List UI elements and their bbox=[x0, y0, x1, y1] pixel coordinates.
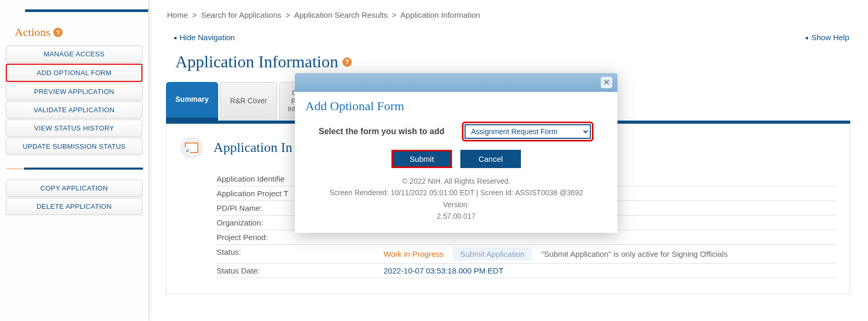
info-row-status: Status: Work in Progress Submit Applicat… bbox=[217, 245, 836, 264]
modal-select-label: Select the form you wish to add bbox=[319, 127, 445, 136]
sidebar-title: Actions bbox=[15, 26, 50, 39]
show-help-link[interactable]: Show Help bbox=[805, 33, 849, 42]
hide-navigation-link[interactable]: Hide Navigation bbox=[173, 33, 235, 42]
modal-header: ✕ bbox=[295, 73, 617, 92]
panel-title: Application In bbox=[213, 140, 292, 156]
status-value-group: Work in Progress Submit Application "Sub… bbox=[384, 247, 728, 260]
breadcrumb-search[interactable]: Search for Applications bbox=[201, 10, 281, 19]
tab-summary[interactable]: Summary bbox=[166, 82, 218, 121]
page-title-row: Application Information ? bbox=[166, 52, 850, 72]
validate-application-button[interactable]: VALIDATE APPLICATION bbox=[6, 101, 142, 118]
modal-body: Add Optional Form Select the form you wi… bbox=[295, 92, 617, 233]
add-optional-form-button[interactable]: ADD OPTIONAL FORM bbox=[6, 64, 142, 82]
modal-footer: © 2022 NIH. All Rights Reserved. Screen … bbox=[305, 175, 607, 222]
submit-button[interactable]: Submit bbox=[393, 151, 450, 167]
signing-officials-note: "Submit Application" is only active for … bbox=[541, 249, 728, 258]
cancel-button[interactable]: Cancel bbox=[460, 150, 521, 168]
copy-application-button[interactable]: COPY APPLICATION bbox=[6, 180, 142, 197]
optional-form-select[interactable]: Assignment Request Form bbox=[465, 124, 591, 139]
add-optional-form-modal: ✕ Add Optional Form Select the form you … bbox=[295, 73, 617, 233]
select-highlight-wrap: Assignment Request Form bbox=[462, 122, 593, 141]
footer-version-label: Version: bbox=[305, 199, 607, 210]
nav-row: Hide Navigation Show Help bbox=[166, 26, 850, 52]
status-value: Work in Progress bbox=[384, 249, 444, 258]
application-info-icon bbox=[180, 136, 203, 159]
info-label: Status Date: bbox=[217, 266, 384, 275]
help-icon[interactable]: ? bbox=[53, 28, 63, 37]
footer-version: 2.57.00.017 bbox=[305, 210, 607, 222]
info-label: Project Period: bbox=[217, 233, 384, 242]
submit-highlight-wrap: Submit bbox=[391, 150, 452, 168]
modal-button-row: Submit Cancel bbox=[305, 150, 607, 168]
sidebar-divider bbox=[6, 169, 143, 169]
manage-access-button[interactable]: MANAGE ACCESS bbox=[6, 45, 142, 63]
info-label: Status: bbox=[217, 247, 384, 260]
sidebar-accent-bar bbox=[25, 9, 148, 12]
footer-screen-info: Screen Rendered: 10/11/2022 05:01:00 EDT… bbox=[305, 187, 607, 198]
footer-copyright: © 2022 NIH. All Rights Reserved. bbox=[305, 175, 607, 187]
modal-title: Add Optional Form bbox=[305, 99, 607, 113]
update-submission-status-button[interactable]: UPDATE SUBMISSION STATUS bbox=[6, 138, 142, 155]
close-icon[interactable]: ✕ bbox=[601, 77, 612, 88]
help-icon[interactable]: ? bbox=[342, 57, 352, 67]
page-title: Application Information bbox=[175, 52, 338, 72]
delete-application-button[interactable]: DELETE APPLICATION bbox=[6, 198, 142, 215]
preview-application-button[interactable]: PREVIEW APPLICATION bbox=[6, 83, 142, 100]
view-status-history-button[interactable]: VIEW STATUS HISTORY bbox=[6, 120, 142, 137]
modal-select-row: Select the form you wish to add Assignme… bbox=[305, 122, 607, 141]
info-value: 2022-10-07 03:53:18.000 PM EDT bbox=[384, 266, 503, 275]
sidebar: Actions ? MANAGE ACCESS ADD OPTIONAL FOR… bbox=[0, 0, 148, 321]
submit-application-button: Submit Application bbox=[453, 247, 532, 260]
breadcrumb-home[interactable]: Home bbox=[167, 10, 188, 19]
sidebar-title-row: Actions ? bbox=[0, 8, 148, 44]
breadcrumb-results[interactable]: Application Search Results bbox=[294, 10, 387, 19]
breadcrumb-current: Application Information bbox=[400, 10, 480, 19]
breadcrumb: Home > Search for Applications > Applica… bbox=[166, 0, 850, 26]
info-row-status-date: Status Date: 2022-10-07 03:53:18.000 PM … bbox=[217, 264, 836, 278]
tab-rr-cover[interactable]: R&R Cover bbox=[220, 82, 277, 121]
